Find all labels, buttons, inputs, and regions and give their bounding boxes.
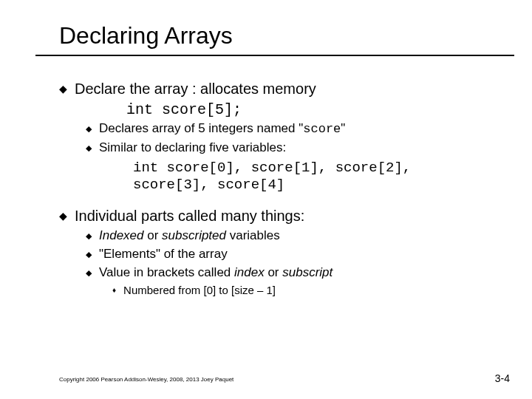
italic-text: subscripted (162, 228, 226, 242)
bullet-level1: ◆ Declare the array : allocates memory i… (59, 79, 532, 119)
italic-text: Indexed (99, 228, 144, 242)
bullet-level2: ◆ "Elements" of the array (86, 246, 532, 263)
bullet-level1: ◆ Individual parts called many things: (59, 206, 532, 226)
italic-text: subscript (282, 265, 332, 279)
text: or (144, 228, 163, 242)
slide-content: ◆ Declare the array : allocates memory i… (59, 79, 532, 299)
text: Similar to declaring five variables: (99, 140, 286, 157)
slide-title: Declaring Arrays (59, 22, 532, 50)
bullet-icon: ◆ (86, 140, 92, 157)
text: Individual parts called many things: (75, 206, 304, 226)
bullet-icon: ♦ (112, 283, 116, 298)
bullet-level2: ◆ Indexed or subscripted variables (86, 228, 532, 245)
italic-text: index (234, 265, 265, 279)
title-underline (35, 55, 514, 56)
bullet-icon: ◆ (59, 206, 67, 226)
bullet-icon: ◆ (86, 228, 92, 245)
bullet-level3: ♦ Numbered from [0] to [size – 1] (112, 283, 532, 298)
text: Declares array of 5 integers named " (99, 121, 303, 135)
bullet-level2: ◆ Value in brackets called index or subs… (86, 265, 532, 282)
bullet-icon: ◆ (59, 79, 67, 119)
bullet-level2: ◆ Similar to declaring five variables: (86, 140, 532, 157)
code-line: score[3], score[4] (133, 177, 532, 194)
bullet-level2: ◆ Declares array of 5 integers named "sc… (86, 120, 532, 138)
text: Numbered from [0] to [size – 1] (123, 283, 276, 298)
code-line: int score[5]; (126, 101, 242, 118)
text: Value in brackets called (99, 265, 234, 279)
text: "Elements" of the array (99, 246, 228, 263)
copyright-footer: Copyright 2006 Pearson Addison-Wesley, 2… (59, 376, 233, 383)
text: or (265, 265, 283, 279)
inline-code: score (303, 122, 341, 136)
text: Declare the array : allocates memory (75, 81, 316, 97)
bullet-icon: ◆ (86, 120, 92, 138)
bullet-icon: ◆ (86, 265, 92, 282)
bullet-icon: ◆ (86, 246, 92, 263)
page-number: 3-4 (495, 372, 510, 384)
text: " (341, 121, 345, 135)
code-line: int score[0], score[1], score[2], (133, 160, 532, 177)
text: variables (226, 228, 280, 242)
code-block: int score[0], score[1], score[2], score[… (133, 160, 532, 194)
